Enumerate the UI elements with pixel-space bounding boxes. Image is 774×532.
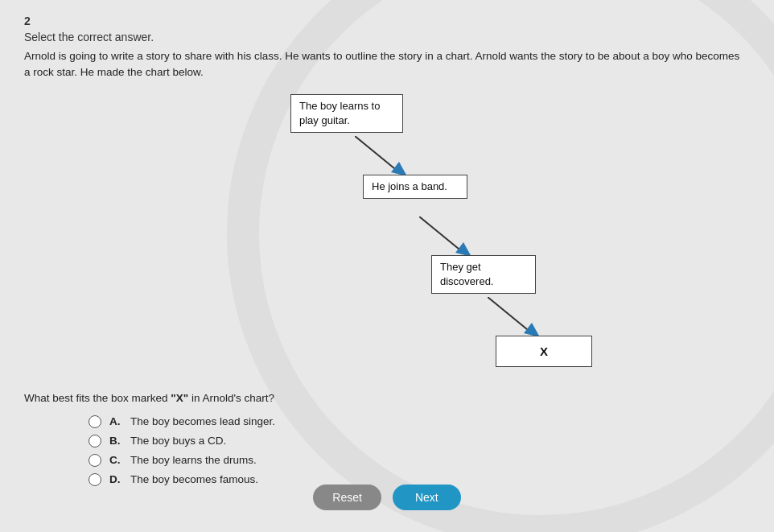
button-row: Reset Next (0, 485, 774, 510)
chart-box-x: X (496, 336, 592, 367)
prompt-text: Arnold is going to write a story to shar… (24, 48, 748, 81)
svg-line-4 (488, 297, 532, 333)
chart-box-1: The boy learns to play guitar. (290, 94, 403, 133)
reset-button[interactable]: Reset (313, 485, 381, 510)
page-container: 2 Select the correct answer. Arnold is g… (0, 0, 774, 526)
option-a[interactable]: A. The boy becomes lead singer. (89, 415, 750, 428)
option-c-letter: C. (109, 454, 122, 466)
chart-area: The boy learns to play guitar. He joins … (89, 94, 750, 368)
question-number: 2 (24, 14, 750, 27)
option-b-letter: B. (109, 435, 122, 447)
next-button[interactable]: Next (393, 485, 461, 510)
option-a-letter: A. (109, 415, 122, 427)
svg-line-2 (419, 217, 463, 253)
option-c-text: The boy learns the drums. (130, 454, 257, 466)
instruction: Select the correct answer. (24, 31, 750, 43)
chart-box-2: He joins a band. (363, 175, 467, 199)
svg-line-0 (355, 136, 399, 172)
option-a-text: The boy becomes lead singer. (130, 415, 275, 427)
question-text: What best fits the box marked "X" in Arn… (24, 392, 750, 404)
options-list: A. The boy becomes lead singer. B. The b… (24, 415, 750, 486)
option-b[interactable]: B. The boy buys a CD. (89, 435, 750, 447)
radio-a[interactable] (89, 415, 101, 428)
radio-c[interactable] (89, 454, 101, 467)
radio-b[interactable] (89, 435, 101, 447)
option-c[interactable]: C. The boy learns the drums. (89, 454, 750, 467)
chart-box-3: They get discovered. (431, 255, 536, 294)
option-b-text: The boy buys a CD. (130, 435, 226, 447)
